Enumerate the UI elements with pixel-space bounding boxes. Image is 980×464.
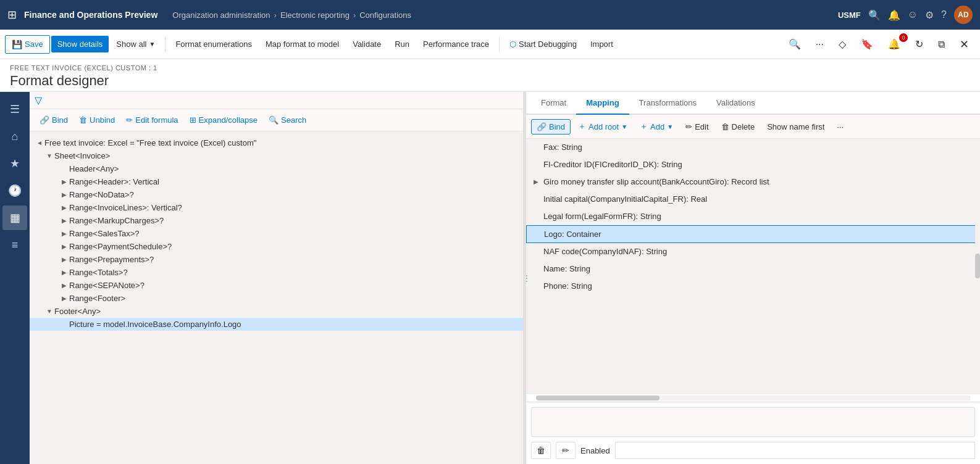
breadcrumb-org[interactable]: Organization administration — [172, 10, 270, 20]
more-toolbar-icon[interactable]: ··· — [810, 35, 830, 54]
toolbar-right: 🔍 ··· ◇ 🔖 🔔 0 ↻ ⧉ ✕ — [782, 34, 975, 55]
mapping-item-logo[interactable]: Logo: Container — [526, 225, 980, 243]
range-nodata-toggle-icon[interactable]: ▶ — [59, 191, 69, 198]
filter-icon[interactable]: ▽ — [35, 94, 42, 106]
gear-icon[interactable]: ⚙ — [925, 9, 934, 21]
sheet-toggle-icon[interactable]: ▼ — [44, 152, 54, 159]
edit-formula-button[interactable]: ✏ Edit formula — [121, 113, 183, 127]
search-toolbar-icon[interactable]: 🔍 — [782, 35, 807, 54]
avatar[interactable]: AD — [954, 6, 973, 24]
diamond-icon[interactable]: ◇ — [832, 35, 852, 54]
mapping-item-phone[interactable]: Phone: String — [526, 278, 980, 295]
refresh-icon[interactable]: ↻ — [909, 35, 929, 54]
footer-toggle-icon[interactable]: ▼ — [44, 308, 54, 315]
start-debugging-button[interactable]: ⬡ Start Debugging — [503, 36, 583, 52]
more-right-button[interactable]: ··· — [832, 120, 848, 134]
notification-badge-btn[interactable]: 🔔 0 — [882, 35, 907, 54]
range-prepayments-toggle-icon[interactable]: ▶ — [59, 256, 69, 263]
search-left-button[interactable]: 🔍 Search — [264, 113, 311, 127]
nav-list-icon[interactable]: ≡ — [2, 233, 27, 257]
top-nav-right: USMF 🔍 🔔 ☺ ⚙ ? AD — [838, 6, 973, 24]
delete-formula-button[interactable]: 🗑 — [531, 442, 551, 459]
range-payment-toggle-icon[interactable]: ▶ — [59, 243, 69, 250]
tree-root-item[interactable]: ◄ Free text invoice: Excel = "Free text … — [30, 136, 523, 149]
tree-item-sheet[interactable]: ▼ Sheet<Invoice> — [30, 149, 523, 162]
tree-item-range-invoicelines[interactable]: ▶ Range<InvoiceLines>: Vertical? — [30, 201, 523, 214]
validate-button[interactable]: Validate — [346, 36, 387, 52]
tree-item-footer[interactable]: ▼ Footer<Any> — [30, 305, 523, 318]
mapping-item-fi-creditor[interactable]: FI-Creditor ID(FICreditorID_DK): String — [526, 156, 980, 173]
open-new-icon[interactable]: ⧉ — [932, 35, 951, 54]
tree-item-range-totals[interactable]: ▶ Range<Totals>? — [30, 266, 523, 279]
tree-item-range-payment[interactable]: ▶ Range<PaymentSchedule>? — [30, 240, 523, 253]
mapping-item-giro[interactable]: ▶ Giro money transfer slip account(BankA… — [526, 173, 980, 191]
nav-home-icon[interactable]: ⌂ — [2, 124, 27, 149]
tab-transformations[interactable]: Transformations — [629, 92, 706, 115]
tree-item-range-nodata[interactable]: ▶ Range<NoData>? — [30, 188, 523, 201]
tree-item-range-header[interactable]: ▶ Range<Header>: Vertical — [30, 175, 523, 188]
range-footer-toggle-icon[interactable]: ▶ — [59, 295, 69, 302]
mapping-scrollbar-thumb[interactable] — [975, 254, 980, 278]
mapping-item-naf-code[interactable]: NAF code(CompanyIdNAF): String — [526, 243, 980, 260]
range-markup-toggle-icon[interactable]: ▶ — [59, 217, 69, 224]
enabled-input[interactable] — [615, 442, 975, 459]
import-button[interactable]: Import — [584, 36, 619, 52]
tree-item-picture[interactable]: Picture = model.InvoiceBase.CompanyInfo.… — [30, 318, 523, 331]
breadcrumb-er[interactable]: Electronic reporting — [280, 10, 350, 20]
range-invoicelines-toggle-icon[interactable]: ▶ — [59, 204, 69, 211]
mapping-item-legal-form[interactable]: Legal form(LegalFormFR): String — [526, 208, 980, 225]
performance-trace-button[interactable]: Performance trace — [417, 36, 495, 52]
help-icon[interactable]: ? — [941, 9, 947, 20]
range-sepa-toggle-icon[interactable]: ▶ — [59, 282, 69, 289]
smiley-icon[interactable]: ☺ — [908, 9, 918, 20]
expand-collapse-button[interactable]: ⊞ Expand/collapse — [185, 113, 262, 127]
tab-mapping[interactable]: Mapping — [576, 92, 629, 115]
show-details-button[interactable]: Show details — [51, 36, 109, 52]
nav-recent-icon[interactable]: 🕐 — [2, 178, 27, 203]
bell-icon[interactable]: 🔔 — [888, 9, 900, 21]
map-format-button[interactable]: Map format to model — [259, 36, 345, 52]
range-header-toggle-icon[interactable]: ▶ — [59, 178, 69, 185]
mapping-item-fax[interactable]: Fax: String — [526, 139, 980, 156]
search-icon[interactable]: 🔍 — [868, 9, 881, 21]
tab-validations[interactable]: Validations — [706, 92, 765, 115]
app-grid-icon[interactable]: ⊞ — [7, 8, 17, 22]
add-root-button[interactable]: ＋ Add root ▼ — [573, 118, 632, 135]
mapping-item-initial-capital[interactable]: Initial capital(CompanyInitialCapital_FR… — [526, 191, 980, 208]
formula-text-area[interactable] — [531, 407, 975, 437]
range-totals-toggle-icon[interactable]: ▶ — [59, 269, 69, 276]
save-button[interactable]: 💾 Save — [5, 35, 50, 54]
h-scroll-thumb[interactable] — [536, 396, 660, 400]
tree-item-range-footer[interactable]: ▶ Range<Footer> — [30, 292, 523, 305]
nav-menu-icon[interactable]: ☰ — [2, 97, 27, 122]
tree-item-range-salestax[interactable]: ▶ Range<SalesTax>? — [30, 227, 523, 240]
edit-formula-bottom-button[interactable]: ✏ — [556, 442, 576, 459]
delete-right-button[interactable]: 🗑 Delete — [716, 120, 760, 134]
add-button[interactable]: ＋ Add ▼ — [635, 118, 678, 135]
breadcrumb-config[interactable]: Configurations — [359, 10, 411, 20]
edit-right-button[interactable]: ✏ Edit — [681, 120, 713, 134]
mapping-item-name[interactable]: Name: String — [526, 260, 980, 278]
bookmark-icon[interactable]: 🔖 — [855, 35, 879, 54]
range-salestax-toggle-icon[interactable]: ▶ — [59, 230, 69, 237]
show-all-button[interactable]: Show all ▼ — [110, 36, 161, 52]
tabs-bar: Format Mapping Transformations Validatio… — [526, 92, 980, 115]
run-button[interactable]: Run — [388, 36, 416, 52]
close-icon[interactable]: ✕ — [953, 34, 975, 55]
nav-favorites-icon[interactable]: ★ — [2, 151, 27, 176]
tree-item-range-markup[interactable]: ▶ Range<MarkupCharges>? — [30, 214, 523, 227]
expand-icon: ⊞ — [190, 115, 196, 125]
root-toggle-icon[interactable]: ◄ — [35, 139, 44, 146]
nav-workspaces-icon[interactable]: ▦ — [2, 205, 27, 230]
bind-right-button[interactable]: 🔗 Bind — [531, 119, 571, 135]
tree-item-header[interactable]: Header<Any> — [30, 162, 523, 175]
tree-item-range-prepayments[interactable]: ▶ Range<Prepayments>? — [30, 253, 523, 266]
format-enumerations-button[interactable]: Format enumerations — [169, 36, 258, 52]
unbind-button[interactable]: 🗑 Unbind — [74, 113, 120, 127]
page-header: FREE TEXT INVOICE (EXCEL) CUSTOM : 1 For… — [0, 59, 980, 92]
bind-left-button[interactable]: 🔗 Bind — [35, 113, 73, 127]
tree-item-range-sepa[interactable]: ▶ Range<SEPANote>? — [30, 279, 523, 292]
giro-toggle-icon[interactable]: ▶ — [534, 178, 543, 185]
show-name-first-button[interactable]: Show name first — [762, 120, 829, 134]
tab-format[interactable]: Format — [531, 92, 576, 115]
